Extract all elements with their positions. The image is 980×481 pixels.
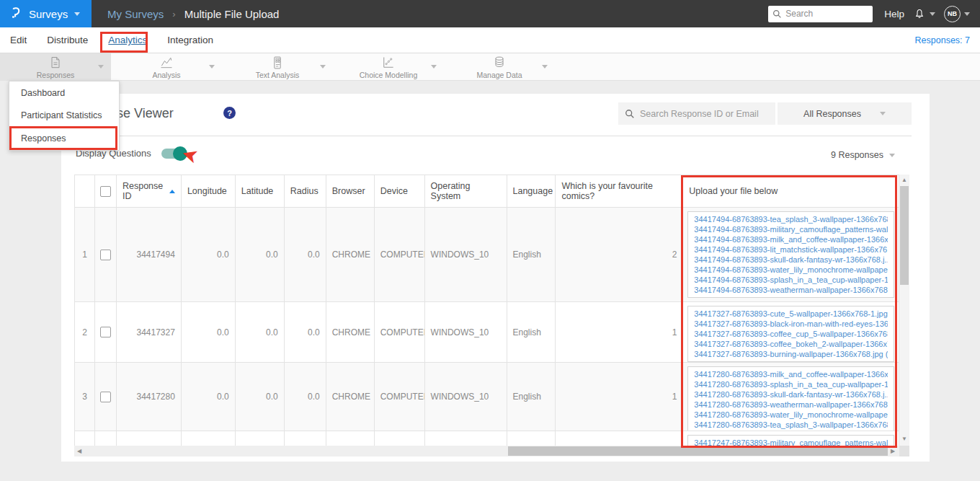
file-link[interactable]: 34417280-68763893-water_lily_monochrome-…	[694, 410, 888, 420]
cell-comics: 1	[556, 302, 683, 362]
response-search-input[interactable]	[618, 102, 775, 125]
breadcrumb-my-surveys[interactable]: My Surveys	[107, 8, 164, 20]
cell-device: COMPUTER	[375, 302, 425, 362]
file-link[interactable]: 34417494-68763893-milk_and_coffee-wallpa…	[694, 234, 888, 244]
file-link[interactable]: 34417280-68763893-milk_and_coffee-wallpa…	[694, 369, 888, 379]
horizontal-scroll-thumb[interactable]	[508, 446, 888, 456]
horizontal-scrollbar[interactable]: ◀ ▶	[74, 446, 899, 456]
header-upload-file[interactable]: Upload your file below	[683, 175, 899, 207]
global-search-input[interactable]	[768, 6, 873, 22]
toolbar-item-manage-data[interactable]: Manage Data	[444, 53, 555, 81]
product-switcher[interactable]: Surveys	[0, 0, 92, 27]
chevron-down-icon	[431, 65, 437, 69]
header-radius[interactable]: Radius	[285, 175, 326, 207]
header-operating-system[interactable]: Operating System	[425, 175, 507, 207]
file-link[interactable]: 34417280-68763893-weatherman-wallpaper-1…	[694, 400, 888, 410]
toggle-knob	[173, 146, 187, 161]
search-icon	[625, 109, 635, 119]
breadcrumb: My Surveys › Multiple File Upload	[107, 8, 279, 20]
topbar-right: Help NB	[768, 6, 980, 22]
nav-tab-edit[interactable]: Edit	[10, 35, 27, 45]
header-language[interactable]: Language	[507, 175, 556, 207]
analytics-toolbar: Responses Analysis Text Analysis Choice …	[0, 53, 980, 81]
cell-language: English	[507, 208, 556, 301]
cell-os	[425, 431, 507, 446]
file-link[interactable]: 34417327-68763893-burning-wallpaper-1366…	[694, 349, 888, 359]
cell-radius: 0.0	[285, 363, 326, 431]
vertical-scrollbar[interactable]: ▲ ▼	[899, 175, 909, 446]
row-checkbox[interactable]	[100, 327, 111, 337]
file-link[interactable]: 34417280-68763893-tea_splash_3-wallpaper…	[694, 420, 888, 430]
scroll-down-icon[interactable]: ▼	[901, 436, 907, 442]
menu-item-participant-statistics[interactable]: Participant Statistics	[9, 104, 119, 126]
header-longitude[interactable]: Longitude	[182, 175, 236, 207]
toolbar-item-responses[interactable]: Responses	[0, 53, 111, 81]
file-link[interactable]: 34417494-68763893-lit_matchstick-wallpap…	[694, 244, 888, 255]
select-all-checkbox[interactable]	[100, 186, 111, 197]
file-link[interactable]: 34417280-68763893-skull-dark-fantasy-wr-…	[694, 389, 888, 400]
responses-count-dropdown[interactable]: 9 Responses	[831, 150, 895, 160]
cell-radius: 0.0	[285, 302, 326, 362]
responses-count-badge[interactable]: Responses: 7	[915, 35, 970, 45]
file-link[interactable]: 34417494-68763893-military_camouflage_pa…	[694, 224, 888, 234]
scroll-right-icon[interactable]: ▶	[891, 448, 895, 454]
vertical-scroll-thumb[interactable]	[900, 186, 909, 285]
cell-latitude	[236, 431, 285, 446]
row-checkbox[interactable]	[100, 250, 111, 260]
menu-item-responses[interactable]: Responses	[9, 126, 119, 150]
cell-uploads: 34417494-68763893-tea_splash_3-wallpaper…	[683, 208, 899, 301]
app-window: Surveys My Surveys › Multiple File Uploa…	[0, 0, 980, 481]
file-link[interactable]: 34417247-68763893-military_camouflage_pa…	[694, 438, 888, 446]
responses-icon	[48, 56, 63, 70]
menu-item-dashboard[interactable]: Dashboard	[9, 81, 119, 104]
text-analysis-icon	[270, 56, 285, 70]
account-menu[interactable]: NB	[944, 6, 970, 22]
response-filter-dropdown[interactable]: All Responses	[778, 102, 912, 125]
header-favourite-comics[interactable]: Which is your favourite comics?	[556, 175, 683, 207]
notifications-button[interactable]	[913, 7, 935, 21]
file-link[interactable]: 34417280-68763893-splash_in_a_tea_cup-wa…	[694, 379, 888, 389]
divider	[76, 136, 912, 136]
cell-response-id: 34417280	[117, 363, 182, 431]
scroll-up-icon[interactable]: ▲	[901, 177, 907, 183]
header-device[interactable]: Device	[375, 175, 425, 207]
table-header-row: Response ID Longitude Latitude Radius Br…	[75, 175, 899, 208]
file-link[interactable]: 34417327-68763893-cute_5-wallpaper-1366x…	[694, 309, 888, 319]
help-link[interactable]: Help	[884, 9, 904, 19]
cell-latitude: 0.0	[236, 363, 285, 431]
chevron-down-icon	[74, 12, 80, 16]
breadcrumb-separator: ›	[172, 9, 175, 19]
header-latitude[interactable]: Latitude	[236, 175, 285, 207]
nav-tab-distribute[interactable]: Distribute	[47, 35, 88, 45]
toolbar-item-choice-modelling[interactable]: Choice Modelling	[333, 53, 444, 81]
responses-table: Response ID Longitude Latitude Radius Br…	[74, 175, 899, 446]
header-response-id[interactable]: Response ID	[117, 175, 182, 207]
header-browser[interactable]: Browser	[326, 175, 375, 207]
file-link[interactable]: 34417327-68763893-coffee_cup_5-wallpaper…	[694, 329, 888, 339]
file-link[interactable]: 34417327-68763893-coffee_bokeh_2-wallpap…	[694, 339, 888, 349]
nav-tab-analytics[interactable]: Analytics	[108, 35, 147, 45]
scroll-left-icon[interactable]: ◀	[77, 448, 81, 454]
file-link[interactable]: 34417494-68763893-weatherman-wallpaper-1…	[694, 285, 888, 295]
file-link[interactable]: 34417494-68763893-splash_in_a_tea_cup-wa…	[694, 275, 888, 285]
chevron-down-icon	[542, 65, 548, 69]
row-checkbox[interactable]	[100, 392, 111, 402]
file-link[interactable]: 34417494-68763893-water_lily_monochrome-…	[694, 265, 888, 275]
nav-tab-integration[interactable]: Integration	[167, 35, 213, 45]
cell-device	[375, 431, 425, 446]
cell-comics: 1	[556, 363, 683, 431]
cell-uploads: 34417247-68763893-military_camouflage_pa…	[683, 431, 899, 446]
toolbar-item-text-analysis[interactable]: Text Analysis	[222, 53, 333, 81]
questionpro-logo-icon	[9, 4, 22, 24]
file-link[interactable]: 34417327-68763893-black-iron-man-with-re…	[694, 319, 888, 329]
file-link[interactable]: 34417494-68763893-skull-dark-fantasy-wr-…	[694, 255, 888, 265]
help-icon[interactable]: ?	[223, 107, 236, 119]
topbar: Surveys My Surveys › Multiple File Uploa…	[0, 0, 980, 27]
display-questions-toggle[interactable]	[161, 149, 186, 159]
cell-latitude: 0.0	[236, 208, 285, 301]
toolbar-item-analysis[interactable]: Analysis	[111, 53, 222, 81]
chevron-down-icon	[930, 12, 935, 16]
cell-longitude: 0.0	[182, 363, 236, 431]
cell-response-id: 34417327	[117, 302, 182, 362]
file-link[interactable]: 34417494-68763893-tea_splash_3-wallpaper…	[694, 214, 888, 224]
